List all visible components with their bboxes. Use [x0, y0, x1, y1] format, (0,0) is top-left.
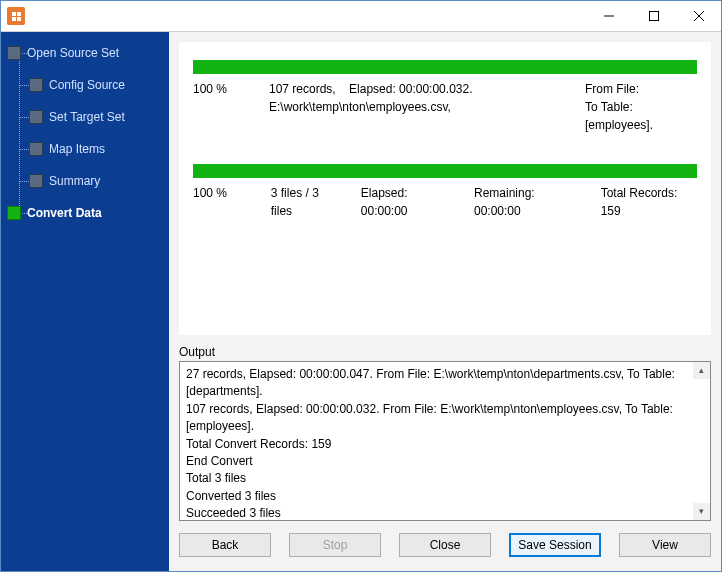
sidebar-item-label: Open Source Set	[27, 46, 119, 60]
close-window-button[interactable]	[676, 2, 721, 31]
sidebar-item-set-target-set[interactable]: Set Target Set	[7, 104, 163, 130]
output-line: End Convert	[186, 453, 692, 470]
scroll-up-icon[interactable]: ▴	[693, 362, 710, 379]
file-progress-detail: 107 records, Elapsed: 00:00:00.032. E:\w…	[269, 80, 569, 116]
view-button[interactable]: View	[619, 533, 711, 557]
sidebar-item-convert-data[interactable]: Convert Data	[7, 200, 163, 226]
output-line: Total 3 files	[186, 470, 692, 487]
overall-elapsed: Elapsed: 00:00:00	[361, 184, 454, 220]
svg-rect-1	[649, 12, 658, 21]
progress-section: 100 % 107 records, Elapsed: 00:00:00.032…	[179, 42, 711, 230]
main-panel: 100 % 107 records, Elapsed: 00:00:00.032…	[169, 32, 721, 571]
file-elapsed: Elapsed: 00:00:00.032.	[349, 82, 472, 96]
app-window: Open Source Set Config Source Set Target…	[0, 0, 722, 572]
sidebar-item-label: Convert Data	[27, 206, 102, 220]
output-line: 27 records, Elapsed: 00:00:00.047. From …	[186, 366, 692, 401]
titlebar	[1, 1, 721, 31]
sidebar-item-open-source-set[interactable]: Open Source Set	[7, 40, 163, 66]
minimize-button[interactable]	[586, 2, 631, 31]
overall-files: 3 files / 3 files	[271, 184, 341, 220]
stop-button: Stop	[289, 533, 381, 557]
step-box-icon	[29, 174, 43, 188]
step-box-icon	[29, 78, 43, 92]
output-section: Output 27 records, Elapsed: 00:00:00.047…	[179, 345, 711, 521]
step-box-icon	[7, 46, 21, 60]
save-session-button[interactable]: Save Session	[509, 533, 601, 557]
file-progress-bar	[193, 60, 697, 74]
file-path: E:\work\temp\nton\employees.csv,	[269, 100, 451, 114]
wizard-sidebar: Open Source Set Config Source Set Target…	[1, 32, 169, 571]
sidebar-item-label: Set Target Set	[49, 110, 125, 124]
close-button[interactable]: Close	[399, 533, 491, 557]
overall-progress-row: 100 % 3 files / 3 files Elapsed: 00:00:0…	[193, 184, 697, 220]
overall-remaining: Remaining: 00:00:00	[474, 184, 581, 220]
file-progress-row: 100 % 107 records, Elapsed: 00:00:00.032…	[193, 80, 697, 134]
back-button[interactable]: Back	[179, 533, 271, 557]
blank-area	[179, 230, 711, 335]
sidebar-item-label: Map Items	[49, 142, 105, 156]
sidebar-item-map-items[interactable]: Map Items	[7, 136, 163, 162]
file-progress-percent: 100 %	[193, 80, 253, 98]
output-line: 107 records, Elapsed: 00:00:00.032. From…	[186, 401, 692, 436]
sidebar-item-config-source[interactable]: Config Source	[7, 72, 163, 98]
scroll-down-icon[interactable]: ▾	[693, 503, 710, 520]
file-progress-target: From File: To Table: [employees].	[585, 80, 697, 134]
app-icon	[7, 7, 25, 25]
step-box-icon	[7, 206, 21, 220]
output-line: Succeeded 3 files	[186, 505, 692, 521]
to-table-label: To Table: [employees].	[585, 100, 653, 132]
step-box-icon	[29, 110, 43, 124]
output-label: Output	[179, 345, 711, 359]
output-line: Total Convert Records: 159	[186, 436, 692, 453]
button-bar: Back Stop Close Save Session View	[179, 521, 711, 561]
overall-percent: 100 %	[193, 184, 251, 220]
output-textarea[interactable]: 27 records, Elapsed: 00:00:00.047. From …	[179, 361, 711, 521]
sidebar-item-label: Config Source	[49, 78, 125, 92]
sidebar-item-label: Summary	[49, 174, 100, 188]
output-line: Converted 3 files	[186, 488, 692, 505]
sidebar-item-summary[interactable]: Summary	[7, 168, 163, 194]
step-box-icon	[29, 142, 43, 156]
from-file-label: From File:	[585, 82, 639, 96]
file-records: 107 records,	[269, 82, 336, 96]
maximize-button[interactable]	[631, 2, 676, 31]
overall-total: Total Records: 159	[601, 184, 697, 220]
overall-progress-bar	[193, 164, 697, 178]
